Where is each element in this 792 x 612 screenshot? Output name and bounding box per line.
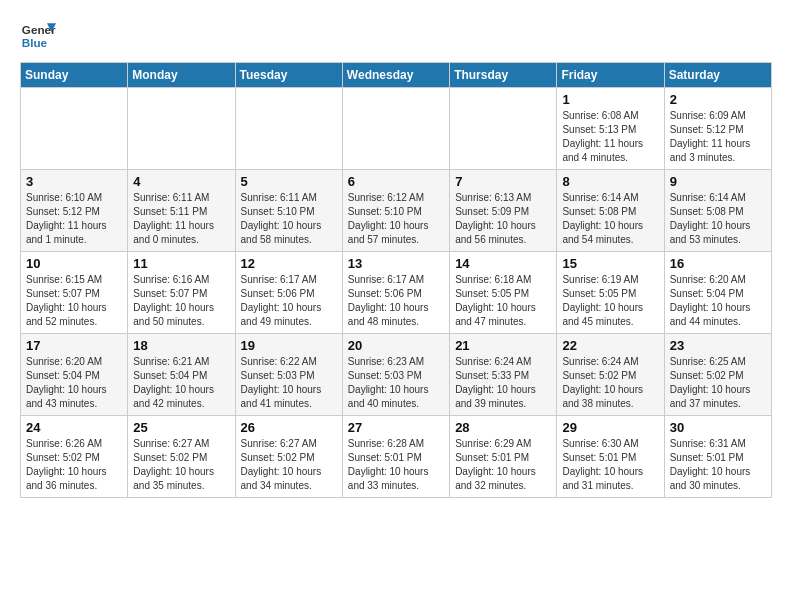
day-number: 19 [241,338,337,353]
day-number: 14 [455,256,551,271]
day-info: Sunrise: 6:11 AM Sunset: 5:10 PM Dayligh… [241,191,337,247]
calendar-cell: 12Sunrise: 6:17 AM Sunset: 5:06 PM Dayli… [235,252,342,334]
day-info: Sunrise: 6:30 AM Sunset: 5:01 PM Dayligh… [562,437,658,493]
day-info: Sunrise: 6:15 AM Sunset: 5:07 PM Dayligh… [26,273,122,329]
day-info: Sunrise: 6:27 AM Sunset: 5:02 PM Dayligh… [241,437,337,493]
day-number: 25 [133,420,229,435]
logo: General Blue [20,16,56,52]
day-info: Sunrise: 6:24 AM Sunset: 5:33 PM Dayligh… [455,355,551,411]
day-number: 24 [26,420,122,435]
weekday-header-friday: Friday [557,63,664,88]
calendar-cell: 20Sunrise: 6:23 AM Sunset: 5:03 PM Dayli… [342,334,449,416]
weekday-header-thursday: Thursday [450,63,557,88]
calendar-cell [450,88,557,170]
weekday-header-sunday: Sunday [21,63,128,88]
calendar-cell: 9Sunrise: 6:14 AM Sunset: 5:08 PM Daylig… [664,170,771,252]
day-info: Sunrise: 6:27 AM Sunset: 5:02 PM Dayligh… [133,437,229,493]
day-number: 15 [562,256,658,271]
day-number: 27 [348,420,444,435]
calendar-cell: 24Sunrise: 6:26 AM Sunset: 5:02 PM Dayli… [21,416,128,498]
day-number: 20 [348,338,444,353]
calendar-cell: 5Sunrise: 6:11 AM Sunset: 5:10 PM Daylig… [235,170,342,252]
day-number: 3 [26,174,122,189]
day-number: 7 [455,174,551,189]
calendar-cell: 6Sunrise: 6:12 AM Sunset: 5:10 PM Daylig… [342,170,449,252]
calendar-week-row: 10Sunrise: 6:15 AM Sunset: 5:07 PM Dayli… [21,252,772,334]
calendar-week-row: 1Sunrise: 6:08 AM Sunset: 5:13 PM Daylig… [21,88,772,170]
day-info: Sunrise: 6:21 AM Sunset: 5:04 PM Dayligh… [133,355,229,411]
calendar-week-row: 3Sunrise: 6:10 AM Sunset: 5:12 PM Daylig… [21,170,772,252]
logo-icon: General Blue [20,16,56,52]
calendar-cell: 11Sunrise: 6:16 AM Sunset: 5:07 PM Dayli… [128,252,235,334]
day-info: Sunrise: 6:11 AM Sunset: 5:11 PM Dayligh… [133,191,229,247]
day-number: 2 [670,92,766,107]
weekday-header-saturday: Saturday [664,63,771,88]
calendar-cell [342,88,449,170]
calendar-cell: 1Sunrise: 6:08 AM Sunset: 5:13 PM Daylig… [557,88,664,170]
calendar-cell: 10Sunrise: 6:15 AM Sunset: 5:07 PM Dayli… [21,252,128,334]
day-number: 5 [241,174,337,189]
calendar-cell: 3Sunrise: 6:10 AM Sunset: 5:12 PM Daylig… [21,170,128,252]
calendar-cell: 30Sunrise: 6:31 AM Sunset: 5:01 PM Dayli… [664,416,771,498]
day-info: Sunrise: 6:16 AM Sunset: 5:07 PM Dayligh… [133,273,229,329]
day-number: 26 [241,420,337,435]
weekday-header-monday: Monday [128,63,235,88]
day-info: Sunrise: 6:20 AM Sunset: 5:04 PM Dayligh… [26,355,122,411]
calendar-cell [21,88,128,170]
calendar-cell: 17Sunrise: 6:20 AM Sunset: 5:04 PM Dayli… [21,334,128,416]
day-info: Sunrise: 6:13 AM Sunset: 5:09 PM Dayligh… [455,191,551,247]
calendar-week-row: 24Sunrise: 6:26 AM Sunset: 5:02 PM Dayli… [21,416,772,498]
svg-text:Blue: Blue [22,36,48,49]
day-info: Sunrise: 6:14 AM Sunset: 5:08 PM Dayligh… [670,191,766,247]
day-number: 11 [133,256,229,271]
day-info: Sunrise: 6:20 AM Sunset: 5:04 PM Dayligh… [670,273,766,329]
calendar-cell [235,88,342,170]
calendar-cell: 25Sunrise: 6:27 AM Sunset: 5:02 PM Dayli… [128,416,235,498]
day-number: 18 [133,338,229,353]
day-number: 1 [562,92,658,107]
calendar-cell: 23Sunrise: 6:25 AM Sunset: 5:02 PM Dayli… [664,334,771,416]
day-info: Sunrise: 6:17 AM Sunset: 5:06 PM Dayligh… [348,273,444,329]
day-number: 4 [133,174,229,189]
page: General Blue SundayMondayTuesdayWednesda… [0,0,792,514]
calendar-cell: 22Sunrise: 6:24 AM Sunset: 5:02 PM Dayli… [557,334,664,416]
calendar-cell: 16Sunrise: 6:20 AM Sunset: 5:04 PM Dayli… [664,252,771,334]
calendar-cell: 8Sunrise: 6:14 AM Sunset: 5:08 PM Daylig… [557,170,664,252]
day-number: 12 [241,256,337,271]
weekday-header-tuesday: Tuesday [235,63,342,88]
day-number: 8 [562,174,658,189]
day-number: 29 [562,420,658,435]
day-info: Sunrise: 6:26 AM Sunset: 5:02 PM Dayligh… [26,437,122,493]
calendar-cell: 18Sunrise: 6:21 AM Sunset: 5:04 PM Dayli… [128,334,235,416]
day-number: 10 [26,256,122,271]
calendar-table: SundayMondayTuesdayWednesdayThursdayFrid… [20,62,772,498]
calendar-cell: 13Sunrise: 6:17 AM Sunset: 5:06 PM Dayli… [342,252,449,334]
calendar-week-row: 17Sunrise: 6:20 AM Sunset: 5:04 PM Dayli… [21,334,772,416]
day-number: 16 [670,256,766,271]
calendar-cell: 4Sunrise: 6:11 AM Sunset: 5:11 PM Daylig… [128,170,235,252]
day-number: 17 [26,338,122,353]
day-info: Sunrise: 6:31 AM Sunset: 5:01 PM Dayligh… [670,437,766,493]
day-number: 13 [348,256,444,271]
day-info: Sunrise: 6:10 AM Sunset: 5:12 PM Dayligh… [26,191,122,247]
calendar-cell: 27Sunrise: 6:28 AM Sunset: 5:01 PM Dayli… [342,416,449,498]
calendar-cell: 7Sunrise: 6:13 AM Sunset: 5:09 PM Daylig… [450,170,557,252]
day-number: 21 [455,338,551,353]
day-info: Sunrise: 6:28 AM Sunset: 5:01 PM Dayligh… [348,437,444,493]
day-number: 30 [670,420,766,435]
weekday-header-row: SundayMondayTuesdayWednesdayThursdayFrid… [21,63,772,88]
day-info: Sunrise: 6:25 AM Sunset: 5:02 PM Dayligh… [670,355,766,411]
weekday-header-wednesday: Wednesday [342,63,449,88]
day-info: Sunrise: 6:19 AM Sunset: 5:05 PM Dayligh… [562,273,658,329]
day-number: 22 [562,338,658,353]
calendar-cell: 2Sunrise: 6:09 AM Sunset: 5:12 PM Daylig… [664,88,771,170]
calendar-cell: 21Sunrise: 6:24 AM Sunset: 5:33 PM Dayli… [450,334,557,416]
day-info: Sunrise: 6:12 AM Sunset: 5:10 PM Dayligh… [348,191,444,247]
calendar-cell: 14Sunrise: 6:18 AM Sunset: 5:05 PM Dayli… [450,252,557,334]
day-info: Sunrise: 6:14 AM Sunset: 5:08 PM Dayligh… [562,191,658,247]
day-info: Sunrise: 6:23 AM Sunset: 5:03 PM Dayligh… [348,355,444,411]
day-info: Sunrise: 6:29 AM Sunset: 5:01 PM Dayligh… [455,437,551,493]
day-info: Sunrise: 6:18 AM Sunset: 5:05 PM Dayligh… [455,273,551,329]
day-info: Sunrise: 6:22 AM Sunset: 5:03 PM Dayligh… [241,355,337,411]
day-info: Sunrise: 6:09 AM Sunset: 5:12 PM Dayligh… [670,109,766,165]
